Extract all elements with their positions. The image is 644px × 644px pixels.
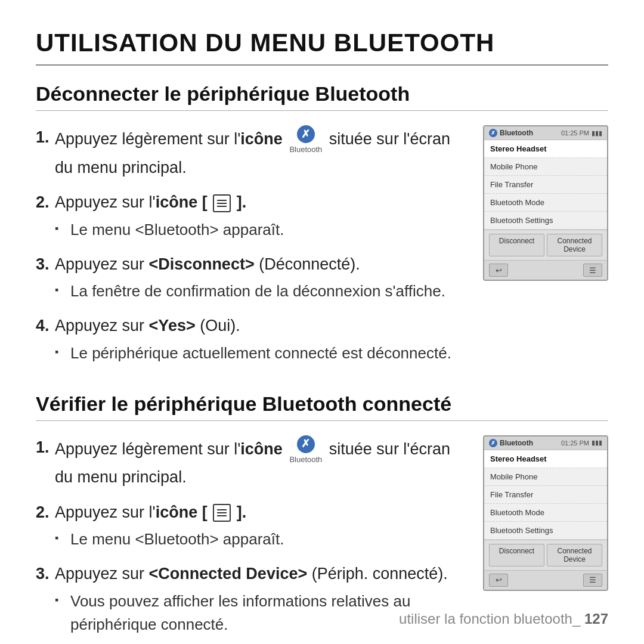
bluetooth-icon-inline-2: ✗ Bluetooth	[289, 435, 322, 466]
bullet-sym: ▪	[55, 221, 66, 242]
menu-icon	[213, 194, 231, 212]
device-footer: ↩ ☰	[484, 260, 607, 280]
menu-line	[217, 200, 227, 201]
bullet-sym: ▪	[55, 282, 66, 303]
step-2-2: 2. Appuyez sur l'icône [ ]. ▪	[36, 500, 465, 552]
disconnect-btn-2: Disconnect	[489, 544, 544, 566]
step-1-4: 4. Appuyez sur <Yes> (Oui). ▪ Le périphé…	[36, 314, 465, 365]
menu-item-btmode: Bluetooth Mode	[484, 194, 607, 212]
device-screen-2: ✗ Bluetooth 01:25 PM ▮▮▮ Stereo Headset …	[483, 435, 608, 591]
step-1-2: 2. Appuyez sur l'icône [ ]. ▪	[36, 190, 465, 242]
back-nav-btn: ↩	[489, 264, 508, 277]
step-body: Appuyez légèrement sur l'icône ✗ Bluetoo…	[55, 435, 465, 490]
menu-item-btsettings: Bluetooth Settings	[484, 212, 607, 230]
step-num: 4.	[36, 314, 50, 365]
section1-steps: 1. Appuyez légèrement sur l'icône ✗ Blue…	[36, 125, 465, 365]
step-1-1: 1. Appuyez légèrement sur l'icône ✗ Blue…	[36, 125, 465, 179]
topbar-title: Bluetooth	[500, 129, 533, 137]
step-body: Appuyez sur l'icône [ ]. ▪ Le menu <Blue	[55, 500, 465, 552]
menu-item-mobile-2: Mobile Phone	[484, 468, 607, 486]
step-num: 3.	[36, 252, 50, 304]
bluetooth-icon-inline: ✗ Bluetooth	[289, 125, 322, 156]
menu-nav-btn-2: ☰	[583, 574, 602, 587]
menu-item-stereo: Stereo Headset	[484, 140, 607, 158]
footer-text: utiliser la fonction bluetooth_	[399, 611, 584, 627]
section1-heading: Déconnecter le périphérique Bluetooth	[36, 82, 608, 111]
page-number: 127	[584, 611, 608, 627]
device-menu-list: Stereo Headset Mobile Phone File Transfe…	[484, 140, 607, 230]
step-num: 3.	[36, 562, 50, 636]
topbar-time-2: 01:25 PM	[561, 439, 589, 447]
bluetooth-circle: ✗	[297, 125, 315, 143]
section1-text-col: 1. Appuyez légèrement sur l'icône ✗ Blue…	[36, 125, 465, 376]
menu-nav-btn: ☰	[583, 264, 602, 277]
topbar-left-2: ✗ Bluetooth	[489, 439, 533, 447]
section2-steps: 1. Appuyez légèrement sur l'icône ✗ Blue…	[36, 435, 465, 636]
step-num: 2.	[36, 190, 50, 242]
step-body: Appuyez sur <Yes> (Oui). ▪ Le périphériq…	[55, 314, 465, 365]
topbar-left: ✗ Bluetooth	[489, 129, 533, 137]
bullet-sym: ▪	[55, 592, 66, 636]
bt-label: Bluetooth	[289, 144, 322, 156]
menu-lines	[217, 200, 227, 207]
connected-device-btn-2: Connected Device	[547, 544, 602, 566]
sub-bullet: ▪ Le menu <Bluetooth> apparaît.	[55, 218, 465, 242]
section2-heading: Vérifier le périphérique Bluetooth conne…	[36, 392, 608, 421]
menu-line	[217, 515, 227, 516]
menu-item-mobile: Mobile Phone	[484, 158, 607, 176]
menu-item-file: File Transfer	[484, 176, 607, 194]
bullet-sym: ▪	[55, 344, 66, 365]
device-screen-1: ✗ Bluetooth 01:25 PM ▮▮▮ Stereo Headset …	[483, 125, 608, 281]
step-num: 1.	[36, 435, 50, 490]
step-body: Appuyez légèrement sur l'icône ✗ Bluetoo…	[55, 125, 465, 179]
menu-item-file-2: File Transfer	[484, 486, 607, 504]
sub-text: Le menu <Bluetooth> apparaît.	[70, 218, 284, 242]
bt-label-2: Bluetooth	[289, 454, 322, 466]
topbar-bt-icon: ✗	[489, 129, 497, 137]
sub-bullet: ▪ Le périphérique actuellement connecté …	[55, 342, 465, 365]
step-body: Appuyez sur <Disconnect> (Déconnecté). ▪…	[55, 252, 465, 304]
device-buttons: Disconnect Connected Device	[484, 230, 607, 260]
section2-screenshot: ✗ Bluetooth 01:25 PM ▮▮▮ Stereo Headset …	[483, 435, 608, 591]
menu-line	[217, 206, 227, 207]
step-body: Appuyez sur l'icône [ ]. ▪ Le menu <Blue	[55, 190, 465, 242]
topbar-bt-icon-2: ✗	[489, 439, 497, 447]
section1-content: 1. Appuyez légèrement sur l'icône ✗ Blue…	[36, 125, 608, 376]
sub-text: Le périphérique actuellement connecté es…	[70, 342, 451, 365]
sub-text: La fenêtre de confirmation de la déconne…	[70, 280, 445, 303]
sub-text: Le menu <Bluetooth> apparaît.	[70, 528, 284, 551]
page: UTILISATION DU MENU BLUETOOTH Déconnecte…	[0, 0, 644, 644]
topbar-battery-2: ▮▮▮	[592, 439, 602, 447]
connected-device-btn: Connected Device	[547, 234, 602, 256]
menu-item-btmode-2: Bluetooth Mode	[484, 504, 607, 522]
step-num: 2.	[36, 500, 50, 552]
device-buttons-2: Disconnect Connected Device	[484, 540, 607, 570]
menu-item-stereo-2: Stereo Headset	[484, 450, 607, 468]
menu-line	[217, 203, 227, 204]
bullet-sym: ▪	[55, 530, 66, 551]
menu-lines-2	[217, 509, 227, 516]
sub-bullet: ▪ La fenêtre de confirmation de la décon…	[55, 280, 465, 303]
step-2-1: 1. Appuyez légèrement sur l'icône ✗ Blue…	[36, 435, 465, 490]
disconnect-btn: Disconnect	[489, 234, 544, 256]
device-topbar: ✗ Bluetooth 01:25 PM ▮▮▮	[484, 126, 607, 140]
section1-screenshot: ✗ Bluetooth 01:25 PM ▮▮▮ Stereo Headset …	[483, 125, 608, 281]
device-menu-list-2: Stereo Headset Mobile Phone File Transfe…	[484, 450, 607, 540]
menu-line	[217, 512, 227, 513]
menu-line	[217, 509, 227, 510]
page-footer: utiliser la fonction bluetooth_ 127	[399, 611, 608, 627]
step-1-3: 3. Appuyez sur <Disconnect> (Déconnecté)…	[36, 252, 465, 304]
sub-bullet: ▪ Le menu <Bluetooth> apparaît.	[55, 528, 465, 551]
topbar-title-2: Bluetooth	[500, 439, 533, 447]
device-footer-2: ↩ ☰	[484, 570, 607, 590]
main-title: UTILISATION DU MENU BLUETOOTH	[36, 29, 608, 66]
menu-icon-2	[213, 504, 231, 522]
step-num: 1.	[36, 125, 50, 179]
device-topbar-2: ✗ Bluetooth 01:25 PM ▮▮▮	[484, 436, 607, 450]
topbar-right: 01:25 PM ▮▮▮	[561, 129, 602, 137]
topbar-battery: ▮▮▮	[592, 129, 602, 137]
topbar-right-2: 01:25 PM ▮▮▮	[561, 439, 602, 447]
menu-item-btsettings-2: Bluetooth Settings	[484, 522, 607, 540]
back-nav-btn-2: ↩	[489, 574, 508, 587]
topbar-time: 01:25 PM	[561, 129, 589, 137]
